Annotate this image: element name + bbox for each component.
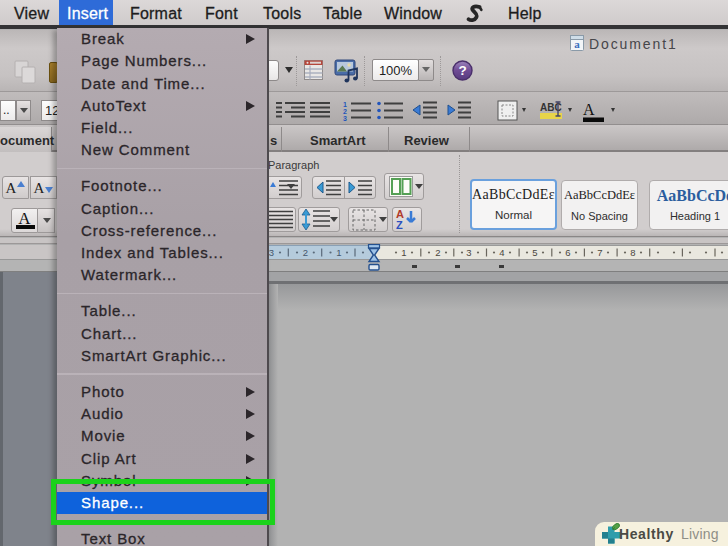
svg-text:4: 4 [499, 247, 504, 258]
svg-text:8: 8 [630, 247, 635, 258]
svg-text:7: 7 [597, 247, 602, 258]
svg-text:6: 6 [565, 247, 570, 258]
svg-text:2: 2 [303, 247, 308, 258]
svg-text:1: 1 [401, 247, 406, 258]
svg-text:5: 5 [532, 247, 537, 258]
svg-text:3: 3 [343, 115, 347, 122]
svg-text:2: 2 [435, 247, 440, 258]
svg-text:1: 1 [343, 101, 347, 108]
svg-text:Z: Z [396, 219, 403, 231]
svg-text:2: 2 [343, 108, 347, 115]
svg-text:1: 1 [336, 247, 341, 258]
svg-text:3: 3 [269, 247, 274, 258]
svg-text:3: 3 [466, 247, 471, 258]
svg-text:A: A [583, 101, 595, 118]
svg-text:a: a [574, 38, 580, 50]
svg-text:?: ? [458, 63, 466, 78]
